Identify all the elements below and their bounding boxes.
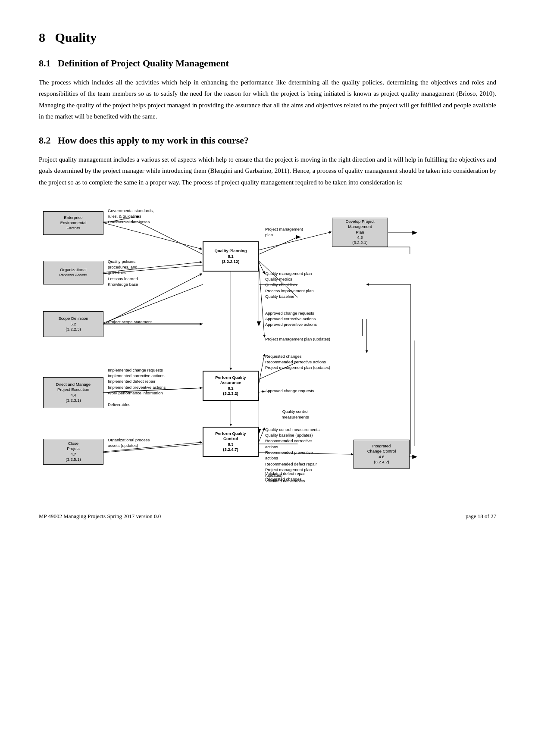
section-1-heading: 8.1 Definition of Project Quality Manage… <box>39 58 496 69</box>
quality-management-diagram: EnterpriseEnvironmentalFactors Governmen… <box>39 198 496 491</box>
close-project-box: CloseProject4.7(3.2.5.1) <box>43 439 103 465</box>
svg-line-10 <box>103 284 203 323</box>
enterprise-input-text: Governmental standards,rules, & guidelin… <box>108 208 177 225</box>
section-2-heading: 8.2 How does this apply to my work in th… <box>39 135 496 146</box>
page-footer: MP 49002 Managing Projects Spring 2017 v… <box>39 509 496 520</box>
svg-line-29 <box>259 262 264 274</box>
qc-measurements-label: Quality controlmeasurements <box>265 409 325 420</box>
direct-manage-inputs: Implemented change requestsImplemented c… <box>108 367 188 396</box>
org-process-assets-box: OrganizationalProcess Assets <box>43 261 103 284</box>
svg-marker-21 <box>413 455 417 459</box>
chapter-heading: 8 Quality <box>39 30 496 45</box>
svg-line-1 <box>138 222 203 254</box>
svg-line-3 <box>259 237 297 254</box>
svg-line-39 <box>259 428 264 442</box>
qc-validated-text: Validated defect repairRequested changes <box>265 471 351 482</box>
pm-plan-updates-1: Project management plan (updates) <box>265 336 360 342</box>
svg-line-27 <box>103 223 202 249</box>
perform-qc-box: Perform QualityControl8.3(3.2.4.7) <box>203 427 259 457</box>
footer-left: MP 49002 Managing Projects Spring 2017 v… <box>39 513 161 520</box>
qa-outputs-right: Requested changesRecommended corrective … <box>265 353 351 371</box>
scope-statement-label: Project scope statement <box>108 319 177 325</box>
section-1-text: The process which includes all the activ… <box>39 77 496 122</box>
approved-changes-text: Approved change requestsApproved correct… <box>265 310 351 328</box>
quality-plan-outputs: Quality management planQuality metricsQu… <box>265 271 334 299</box>
section-2-text: Project quality management includes a va… <box>39 154 496 188</box>
svg-line-37 <box>259 391 264 392</box>
svg-line-34 <box>259 266 264 337</box>
quality-planning-box: Quality Planning8.1(3.2.2.12) <box>203 241 259 272</box>
enterprise-env-factors-box: EnterpriseEnvironmentalFactors <box>43 211 103 235</box>
svg-marker-7 <box>413 231 417 234</box>
org-process-updates-label: Organizational processassets (updates) <box>108 437 177 449</box>
qa-approved-changes: Approved change requests <box>265 388 343 394</box>
scope-definition-box: Scope Definition5.2(3.2.2.3) <box>43 311 103 337</box>
develop-pm-plan-box: Develop ProjectManagementPlan4.3(3.2.2.1… <box>332 218 388 247</box>
deliverables-label: Deliverables <box>108 402 160 407</box>
footer-right: page 18 of 27 <box>466 513 496 520</box>
perform-qa-box: Perform QualityAssurance8.2(3.2.3.2) <box>203 371 259 401</box>
pm-plan-output: Project managementplan <box>265 226 317 238</box>
integrated-cc-box: IntegratedChange Control4.6(3.2.4.2) <box>354 440 410 469</box>
direct-manage-box: Direct and ManageProject Execution4.4(3.… <box>43 377 103 408</box>
svg-marker-9 <box>257 322 260 326</box>
org-process-input-text: Quality policies,procedures, andguidelin… <box>108 259 179 287</box>
svg-line-36 <box>259 354 264 384</box>
